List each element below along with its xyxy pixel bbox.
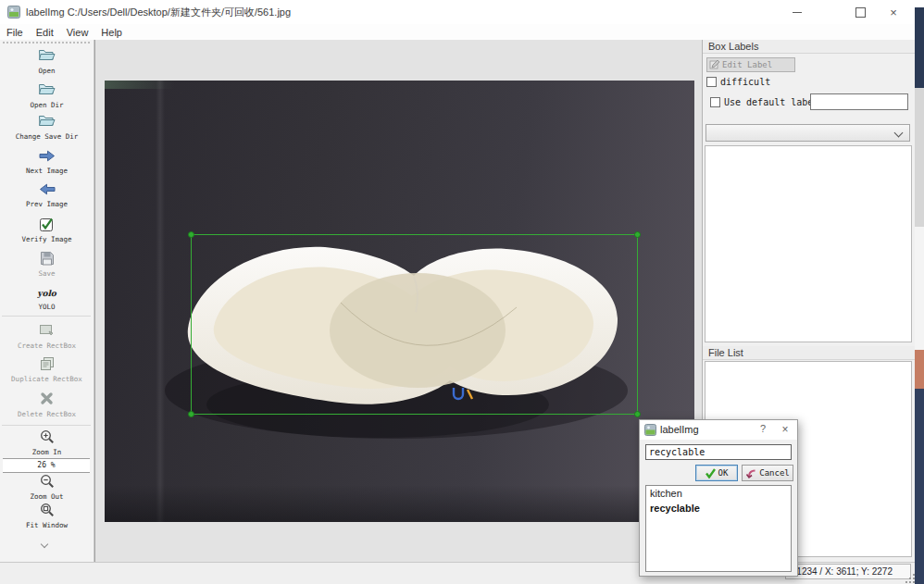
bounding-box[interactable] <box>191 234 638 415</box>
yolo-text-icon: yolo <box>0 284 94 303</box>
delete-rectbox-button[interactable]: Delete RectBox <box>0 391 94 418</box>
change-save-dir-folder-icon <box>0 114 94 132</box>
cancel-button[interactable]: Cancel <box>742 465 793 481</box>
zoom-level-field[interactable]: 26 % <box>3 458 90 473</box>
duplicate-rectbox-button[interactable]: Duplicate RectBox <box>0 356 94 383</box>
prev-image-button[interactable]: Prev Image <box>0 181 94 208</box>
open-button[interactable]: Open <box>0 48 94 75</box>
photo-crease <box>156 81 165 522</box>
verify-image-button[interactable]: Verify Image <box>0 217 94 243</box>
open-dir-folder-icon <box>0 82 94 101</box>
cursor-position-status: t: 1234 / X: 3611; Y: 2272 <box>785 564 911 579</box>
difficult-checkbox[interactable] <box>706 77 717 87</box>
next-arrow-icon <box>0 148 94 167</box>
save-button[interactable]: Save <box>0 251 94 278</box>
ok-check-icon <box>705 468 716 478</box>
label-dialog: labelImg ? × OK Cancel kitchen recyclabl… <box>639 419 798 577</box>
zoom-in-button[interactable]: Zoom In <box>0 429 94 456</box>
dialog-app-icon <box>644 424 656 436</box>
label-list-item[interactable]: kitchen <box>646 486 791 501</box>
maximize-button[interactable] <box>844 0 876 24</box>
save-floppy-icon <box>0 251 94 269</box>
label-combo-box[interactable] <box>705 124 910 142</box>
use-default-label-text: Use default label <box>724 97 818 107</box>
minimize-icon <box>793 12 802 13</box>
desktop-background-strip <box>915 0 924 584</box>
dialog-title: labelImg <box>660 424 699 435</box>
app-logo-icon <box>7 6 20 19</box>
close-button[interactable]: × <box>878 0 909 24</box>
toolbar-scroll-down-icon[interactable] <box>41 541 48 549</box>
edit-pencil-icon <box>709 59 720 70</box>
delete-x-icon <box>0 391 94 410</box>
menu-file[interactable]: File <box>0 27 30 38</box>
fit-window-icon <box>0 503 94 521</box>
dialog-close-icon[interactable]: × <box>777 423 793 438</box>
dialog-help-icon[interactable]: ? <box>755 423 771 438</box>
toolbar-drag-handle[interactable] <box>3 42 90 46</box>
menu-help[interactable]: Help <box>94 27 129 38</box>
label-history-list: kitchen recyclable <box>645 485 792 572</box>
maximize-icon <box>855 7 866 18</box>
toolbar-separator <box>2 316 91 317</box>
difficult-row: difficult <box>706 77 770 87</box>
yolo-format-button[interactable]: yolo YOLO <box>0 284 94 311</box>
close-icon: × <box>890 6 897 19</box>
title-bar: labelImg C:/Users/Dell/Desktop/新建文件夹/可回收… <box>0 0 915 24</box>
change-save-dir-button[interactable]: Change Save Dir <box>0 114 94 141</box>
cancel-arrow-icon <box>745 468 756 478</box>
box-label-list[interactable] <box>705 145 912 342</box>
duplicate-rectbox-icon <box>0 356 94 375</box>
zoom-out-icon <box>0 474 94 492</box>
window-title: labelImg C:/Users/Dell/Desktop/新建文件夹/可回收… <box>26 6 291 19</box>
next-image-button[interactable]: Next Image <box>0 148 94 175</box>
open-folder-icon <box>0 48 94 67</box>
open-dir-button[interactable]: Open Dir <box>0 82 94 109</box>
zoom-out-button[interactable]: Zoom Out <box>0 474 94 501</box>
create-rectbox-icon <box>0 323 94 342</box>
default-label-input[interactable] <box>810 93 908 110</box>
photo-corner-edge <box>105 81 197 89</box>
menu-edit[interactable]: Edit <box>30 27 60 38</box>
label-name-input[interactable] <box>645 444 792 460</box>
use-default-label-row: Use default label <box>710 97 818 107</box>
bbox-handle-bottom-right[interactable] <box>634 411 641 417</box>
box-labels-title: Box Labels <box>703 40 915 54</box>
toolbar-separator <box>2 425 91 426</box>
prev-arrow-icon <box>0 181 94 200</box>
chevron-down-icon <box>894 129 904 138</box>
dialog-title-bar: labelImg ? × <box>640 420 797 440</box>
bbox-handle-top-right[interactable] <box>634 231 641 238</box>
menu-view[interactable]: View <box>60 27 95 38</box>
verify-check-icon <box>0 217 94 235</box>
bbox-handle-top-left[interactable] <box>188 231 194 238</box>
create-rectbox-button[interactable]: Create RectBox <box>0 323 94 350</box>
minimize-button[interactable] <box>781 0 813 24</box>
difficult-label: difficult <box>720 77 770 87</box>
fit-window-button[interactable]: Fit Window <box>0 503 94 529</box>
image-canvas[interactable] <box>94 40 702 562</box>
ok-button[interactable]: OK <box>695 465 738 481</box>
photo <box>105 81 694 522</box>
photo-shadow <box>105 485 694 522</box>
zoom-in-icon <box>0 429 94 448</box>
screen: labelImg C:/Users/Dell/Desktop/新建文件夹/可回收… <box>0 0 924 584</box>
use-default-label-checkbox[interactable] <box>710 97 720 107</box>
label-list-item-selected[interactable]: recyclable <box>646 501 791 516</box>
file-list-title: File List <box>703 346 915 360</box>
menu-bar: File Edit View Help <box>0 24 915 41</box>
edit-label-button[interactable]: Edit Label <box>706 57 795 72</box>
bbox-handle-bottom-left[interactable] <box>188 411 194 417</box>
toolbar: Open Open Dir Change Save Dir Next Image <box>0 40 94 562</box>
